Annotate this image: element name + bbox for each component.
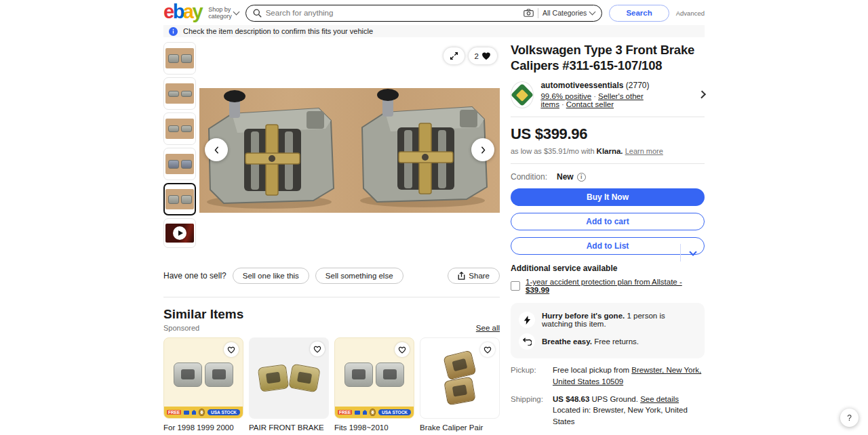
thumbnail-2[interactable]: [163, 77, 196, 110]
search-button[interactable]: Search: [609, 5, 669, 22]
condition-row: Condition: Newi: [511, 172, 705, 182]
image-gallery: 2: [163, 42, 500, 257]
chevron-left-icon: [213, 146, 220, 154]
thumbnail-1[interactable]: [163, 42, 196, 75]
help-button[interactable]: ?: [840, 409, 859, 427]
heart-icon: [481, 51, 491, 60]
seller-name-link[interactable]: automotiveessentials: [540, 81, 623, 90]
seller-positive-link[interactable]: 99.6% positive: [540, 92, 591, 100]
warehouse-icon: [192, 410, 197, 415]
seller-card[interactable]: automotiveessentials (2770) 99.6% positi…: [511, 81, 705, 108]
search-divider: [538, 8, 538, 18]
heart-outline-icon: [227, 346, 235, 354]
promo-banner: FREE USA STOCK: [164, 407, 243, 418]
protection-plan-checkbox[interactable]: [511, 281, 520, 291]
next-image-button[interactable]: [471, 138, 494, 161]
shop-by-category-menu[interactable]: Shop bycategory: [208, 6, 239, 20]
ebay-logo[interactable]: ebay: [163, 2, 201, 24]
additional-service-heading: Additional service available: [511, 264, 705, 273]
condition-value: New: [557, 172, 574, 182]
similar-item-title[interactable]: Brake Caliper Pair Front For Volkswagen …: [420, 423, 500, 435]
seller-panel-chevron[interactable]: [698, 91, 706, 99]
seller-feedback-count: (2770): [626, 81, 650, 90]
free-shipping-tag: FREE: [338, 410, 352, 415]
sell-one-like-this-button[interactable]: Sell one like this: [233, 268, 309, 284]
video-thumbnail[interactable]: [163, 218, 196, 248]
watch-heart-button[interactable]: [395, 342, 410, 357]
usa-stock-tag: USA STOCK: [208, 409, 240, 415]
pickup-row: Pickup: Free local pickup from Brewster,…: [511, 365, 705, 387]
financing-line: as low as $35.91/mo with Klarna. Learn m…: [511, 147, 705, 155]
condition-info-icon[interactable]: i: [577, 173, 586, 182]
financing-learn-more-link[interactable]: Learn more: [625, 147, 663, 155]
similar-item-title[interactable]: PAIR FRONT BRAKE CALIPER SET 2 PIN WITH …: [249, 423, 329, 435]
condition-label: Condition:: [511, 172, 557, 182]
all-categories-dropdown[interactable]: All Categories: [542, 9, 595, 17]
expand-icon: [450, 51, 458, 60]
similar-items-heading: Similar Items: [163, 307, 243, 322]
seal-badge-icon: [199, 409, 205, 416]
seal-badge-icon: [370, 409, 376, 416]
promo-banner: FREE USA STOCK: [335, 407, 414, 418]
return-arrow-icon: [519, 333, 535, 350]
buy-it-now-button[interactable]: Buy It Now: [511, 188, 705, 206]
similar-item-card-4[interactable]: Brake Caliper Pair Front For Volkswagen …: [420, 337, 500, 435]
thumbnail-3[interactable]: [163, 112, 196, 145]
thumbnail-4[interactable]: [163, 148, 196, 180]
expand-image-button[interactable]: [443, 47, 465, 64]
watch-heart-button[interactable]: [310, 341, 325, 356]
shipping-see-details-link[interactable]: See details: [640, 395, 679, 403]
truck-icon: [355, 411, 359, 415]
sponsored-label: Sponsored: [163, 324, 243, 332]
seller-avatar[interactable]: [511, 81, 534, 108]
camera-search-icon[interactable]: [524, 9, 534, 17]
truck-icon: [184, 411, 189, 415]
shop-by-label: Shop by: [208, 6, 231, 13]
share-icon: [458, 272, 465, 280]
add-to-list-dropdown[interactable]: [680, 244, 705, 262]
shipping-cost: US $48.63: [553, 395, 589, 403]
add-to-list-button[interactable]: Add to List: [511, 237, 705, 255]
chevron-down-icon: [233, 9, 239, 16]
add-to-cart-button[interactable]: Add to cart: [511, 213, 705, 230]
sell-something-else-button[interactable]: Sell something else: [315, 268, 403, 284]
urgency-row-watching: Hurry before it's gone. 1 person is watc…: [519, 309, 696, 331]
watch-heart-button[interactable]: [480, 342, 495, 357]
item-price: US $399.96: [511, 125, 705, 143]
protection-plan-link[interactable]: 1-year accident protection plan from All…: [526, 278, 682, 286]
search-input[interactable]: [266, 9, 519, 17]
watch-heart-button[interactable]: [224, 342, 239, 357]
divider: [511, 117, 705, 117]
search-icon: [253, 9, 262, 18]
chevron-right-icon: [479, 146, 487, 154]
chevron-down-icon: [589, 9, 596, 16]
site-header: ebay Shop bycategory All Categories Sear…: [163, 0, 705, 24]
protection-plan-price[interactable]: $39.99: [526, 286, 549, 294]
watch-count-button[interactable]: 2: [469, 47, 497, 64]
main-image-stage[interactable]: 2: [199, 42, 500, 257]
product-photo: [199, 88, 500, 213]
similar-item-card-3[interactable]: FREE USA STOCK Fits 1998~2010 Volkswagen…: [334, 337, 414, 435]
advanced-search-link[interactable]: Advanced: [676, 9, 705, 17]
fitment-banner: Check the item description to confirm th…: [163, 25, 705, 37]
similar-item-card-1[interactable]: FREE USA STOCK For 1998 1999 2000 2001 2…: [163, 337, 243, 435]
search-bar[interactable]: All Categories: [245, 5, 603, 22]
similar-item-card-2[interactable]: PAIR FRONT BRAKE CALIPER SET 2 PIN WITH …: [249, 337, 329, 435]
prev-image-button[interactable]: [205, 138, 228, 161]
share-button[interactable]: Share: [448, 268, 500, 284]
watch-count: 2: [475, 52, 479, 60]
thumbnail-5-selected[interactable]: [163, 183, 196, 215]
fitment-text: Check the item description to confirm th…: [183, 27, 373, 35]
see-all-link[interactable]: See all: [476, 324, 500, 332]
thumbnail-rail: [163, 42, 196, 257]
section-divider: [163, 297, 500, 297]
free-shipping-tag: FREE: [167, 410, 181, 415]
urgency-box: Hurry before it's gone. 1 person is watc…: [511, 303, 705, 358]
similar-item-title[interactable]: Fits 1998~2010 Volkswagen Beetle 2X Fron…: [334, 423, 414, 435]
contact-seller-link[interactable]: Contact seller: [566, 100, 614, 108]
shipping-row: Shipping: US $48.63 UPS Ground. See deta…: [511, 394, 705, 428]
similar-item-title[interactable]: For 1998 1999 2000 2001 2002 Volkswagen …: [163, 423, 243, 435]
divider: [511, 163, 705, 164]
have-one-to-sell-label: Have one to sell?: [163, 271, 226, 281]
located-in: Located in: Brewster, New York, United S…: [553, 406, 688, 426]
